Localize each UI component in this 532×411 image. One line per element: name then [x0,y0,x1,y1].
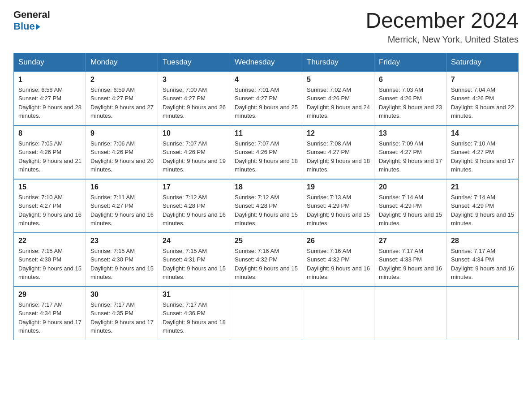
day-info: Sunrise: 7:15 AMSunset: 4:30 PMDaylight:… [18,247,82,282]
day-info: Sunrise: 7:12 AMSunset: 4:28 PMDaylight:… [163,193,226,228]
day-info: Sunrise: 7:06 AMSunset: 4:26 PMDaylight:… [90,139,154,174]
day-number: 11 [235,129,298,137]
day-number: 31 [163,291,226,299]
day-number: 23 [90,237,154,245]
weekday-header-thursday: Thursday [302,53,374,72]
calendar-cell: 19Sunrise: 7:13 AMSunset: 4:29 PMDayligh… [302,179,374,233]
day-number: 17 [163,183,226,191]
calendar-cell: 10Sunrise: 7:07 AMSunset: 4:26 PMDayligh… [158,125,230,179]
logo-blue-text: Blue [13,21,40,32]
calendar-cell: 8Sunrise: 7:05 AMSunset: 4:26 PMDaylight… [14,125,86,179]
calendar-cell: 3Sunrise: 7:00 AMSunset: 4:27 PMDaylight… [158,72,230,125]
day-info: Sunrise: 6:58 AMSunset: 4:27 PMDaylight:… [18,86,82,120]
day-number: 29 [18,291,82,299]
calendar-week-row: 8Sunrise: 7:05 AMSunset: 4:26 PMDaylight… [14,125,519,179]
calendar-cell: 13Sunrise: 7:09 AMSunset: 4:27 PMDayligh… [374,125,446,179]
calendar-cell: 26Sunrise: 7:16 AMSunset: 4:32 PMDayligh… [302,233,374,287]
day-info: Sunrise: 7:00 AMSunset: 4:27 PMDaylight:… [163,86,226,120]
day-info: Sunrise: 7:15 AMSunset: 4:30 PMDaylight:… [90,247,154,282]
day-number: 24 [163,237,226,245]
day-info: Sunrise: 7:07 AMSunset: 4:26 PMDaylight:… [235,139,298,174]
weekday-header-sunday: Sunday [14,53,86,72]
calendar-cell: 29Sunrise: 7:17 AMSunset: 4:34 PMDayligh… [14,287,86,340]
weekday-header-monday: Monday [86,53,158,72]
day-info: Sunrise: 7:05 AMSunset: 4:26 PMDaylight:… [18,139,82,174]
day-info: Sunrise: 7:03 AMSunset: 4:26 PMDaylight:… [379,86,442,120]
calendar-cell: 31Sunrise: 7:17 AMSunset: 4:36 PMDayligh… [158,287,230,340]
day-number: 9 [90,129,154,137]
calendar-week-row: 15Sunrise: 7:10 AMSunset: 4:27 PMDayligh… [14,179,519,233]
calendar-cell: 20Sunrise: 7:14 AMSunset: 4:29 PMDayligh… [374,179,446,233]
calendar-cell: 17Sunrise: 7:12 AMSunset: 4:28 PMDayligh… [158,179,230,233]
calendar-week-row: 1Sunrise: 6:58 AMSunset: 4:27 PMDaylight… [14,72,519,125]
day-number: 12 [307,129,370,137]
day-info: Sunrise: 7:16 AMSunset: 4:32 PMDaylight:… [235,247,298,282]
calendar-cell: 1Sunrise: 6:58 AMSunset: 4:27 PMDaylight… [14,72,86,125]
day-number: 26 [307,237,370,245]
day-number: 19 [307,183,370,191]
day-number: 3 [163,76,226,84]
day-number: 8 [18,129,82,137]
calendar-cell: 11Sunrise: 7:07 AMSunset: 4:26 PMDayligh… [230,125,302,179]
day-info: Sunrise: 7:07 AMSunset: 4:26 PMDaylight:… [163,139,226,174]
calendar-cell: 22Sunrise: 7:15 AMSunset: 4:30 PMDayligh… [14,233,86,287]
day-info: Sunrise: 7:17 AMSunset: 4:33 PMDaylight:… [379,247,442,282]
day-info: Sunrise: 7:14 AMSunset: 4:29 PMDaylight:… [379,193,442,228]
day-number: 2 [90,76,154,84]
calendar-cell: 7Sunrise: 7:04 AMSunset: 4:26 PMDaylight… [446,72,519,125]
day-info: Sunrise: 7:17 AMSunset: 4:34 PMDaylight:… [451,247,515,282]
weekday-header-wednesday: Wednesday [230,53,302,72]
day-number: 7 [451,76,515,84]
calendar-cell: 28Sunrise: 7:17 AMSunset: 4:34 PMDayligh… [446,233,519,287]
weekday-header-friday: Friday [374,53,446,72]
day-number: 25 [235,237,298,245]
day-info: Sunrise: 7:13 AMSunset: 4:29 PMDaylight:… [307,193,370,228]
calendar-cell: 6Sunrise: 7:03 AMSunset: 4:26 PMDaylight… [374,72,446,125]
calendar-cell [374,287,446,340]
day-info: Sunrise: 7:12 AMSunset: 4:28 PMDaylight:… [235,193,298,228]
calendar-cell: 9Sunrise: 7:06 AMSunset: 4:26 PMDaylight… [86,125,158,179]
calendar-cell [302,287,374,340]
day-info: Sunrise: 7:09 AMSunset: 4:27 PMDaylight:… [379,139,442,174]
calendar-cell: 15Sunrise: 7:10 AMSunset: 4:27 PMDayligh… [14,179,86,233]
header: General Blue December 2024 Merrick, New … [13,9,519,45]
location: Merrick, New York, United States [365,34,519,45]
day-number: 30 [90,291,154,299]
calendar-table: SundayMondayTuesdayWednesdayThursdayFrid… [13,53,519,340]
calendar-cell: 5Sunrise: 7:02 AMSunset: 4:26 PMDaylight… [302,72,374,125]
logo: General Blue [13,9,50,32]
calendar-week-row: 22Sunrise: 7:15 AMSunset: 4:30 PMDayligh… [14,233,519,287]
day-number: 18 [235,183,298,191]
day-info: Sunrise: 7:04 AMSunset: 4:26 PMDaylight:… [451,86,515,120]
calendar-cell: 14Sunrise: 7:10 AMSunset: 4:27 PMDayligh… [446,125,519,179]
day-number: 27 [379,237,442,245]
day-info: Sunrise: 7:01 AMSunset: 4:27 PMDaylight:… [235,86,298,120]
day-number: 16 [90,183,154,191]
day-info: Sunrise: 7:02 AMSunset: 4:26 PMDaylight:… [307,86,370,120]
calendar-week-row: 29Sunrise: 7:17 AMSunset: 4:34 PMDayligh… [14,287,519,340]
day-info: Sunrise: 7:17 AMSunset: 4:36 PMDaylight:… [163,300,226,335]
calendar-header-row: SundayMondayTuesdayWednesdayThursdayFrid… [14,53,519,72]
day-number: 10 [163,129,226,137]
calendar-cell: 16Sunrise: 7:11 AMSunset: 4:27 PMDayligh… [86,179,158,233]
calendar-cell: 25Sunrise: 7:16 AMSunset: 4:32 PMDayligh… [230,233,302,287]
calendar-cell: 2Sunrise: 6:59 AMSunset: 4:27 PMDaylight… [86,72,158,125]
day-info: Sunrise: 7:10 AMSunset: 4:27 PMDaylight:… [451,139,515,174]
calendar-cell: 4Sunrise: 7:01 AMSunset: 4:27 PMDaylight… [230,72,302,125]
day-number: 21 [451,183,515,191]
day-number: 28 [451,237,515,245]
calendar-cell: 23Sunrise: 7:15 AMSunset: 4:30 PMDayligh… [86,233,158,287]
weekday-header-saturday: Saturday [446,53,519,72]
day-info: Sunrise: 7:17 AMSunset: 4:35 PMDaylight:… [90,300,154,335]
day-number: 13 [379,129,442,137]
day-info: Sunrise: 7:11 AMSunset: 4:27 PMDaylight:… [90,193,154,228]
title-area: December 2024 Merrick, New York, United … [365,9,519,45]
day-number: 4 [235,76,298,84]
logo-arrow-icon [36,24,40,30]
calendar-cell [230,287,302,340]
month-title: December 2024 [365,9,519,33]
day-info: Sunrise: 7:16 AMSunset: 4:32 PMDaylight:… [307,247,370,282]
day-info: Sunrise: 7:08 AMSunset: 4:27 PMDaylight:… [307,139,370,174]
day-info: Sunrise: 7:17 AMSunset: 4:34 PMDaylight:… [18,300,82,335]
day-number: 15 [18,183,82,191]
